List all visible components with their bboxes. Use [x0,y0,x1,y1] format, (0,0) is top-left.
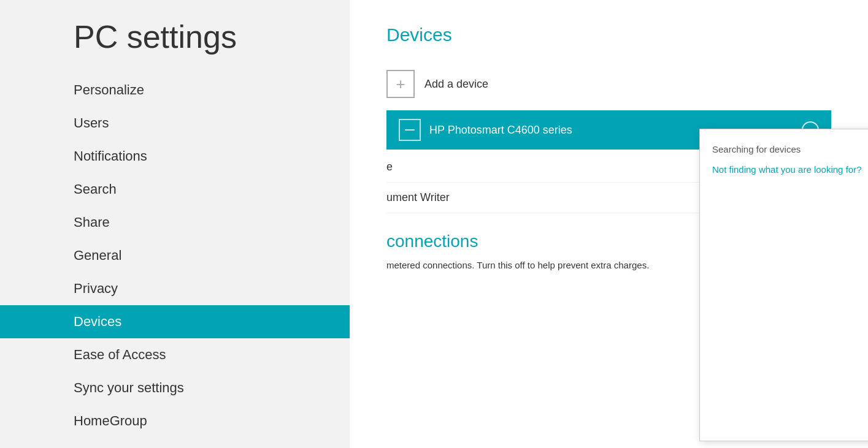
flyout-searching-text: Searching for devices [712,144,867,154]
device-name-partial-1: e [386,161,393,173]
add-device-label: Add a device [424,78,488,91]
sidebar-item-personalize[interactable]: Personalize [0,74,350,107]
sidebar-item-share[interactable]: Share [0,206,350,239]
device-icon-line [405,129,415,131]
sidebar-item-notifications[interactable]: Notifications [0,140,350,173]
device-name-hp: HP Photosmart C4600 series [429,124,572,137]
flyout-not-finding-link[interactable]: Not finding what you are looking for? [712,164,861,175]
sidebar-item-privacy[interactable]: Privacy [0,272,350,305]
sidebar-item-ease-of-access[interactable]: Ease of Access [0,338,350,371]
page-title: PC settings [0,18,350,55]
add-device-flyout: Searching for devices Not finding what y… [699,129,868,441]
device-icon-box [399,119,421,141]
plus-icon: + [396,75,405,94]
sidebar-item-sync-settings[interactable]: Sync your settings [0,371,350,404]
add-device-row[interactable]: + Add a device [386,64,831,104]
sidebar-item-general[interactable]: General [0,239,350,272]
device-row-left: HP Photosmart C4600 series [399,119,572,141]
devices-section-title: Devices [386,25,831,45]
sidebar-item-devices[interactable]: Devices [0,305,350,338]
main-content: Devices + Add a device HP Photosmart C46… [350,0,868,448]
sidebar: PC settings Personalize Users Notificati… [0,0,350,448]
sidebar-item-search[interactable]: Search [0,173,350,206]
add-device-icon[interactable]: + [386,70,415,98]
sidebar-item-homegroup[interactable]: HomeGroup [0,404,350,438]
sidebar-item-users[interactable]: Users [0,107,350,140]
device-name-partial-2: ument Writer [386,191,450,204]
